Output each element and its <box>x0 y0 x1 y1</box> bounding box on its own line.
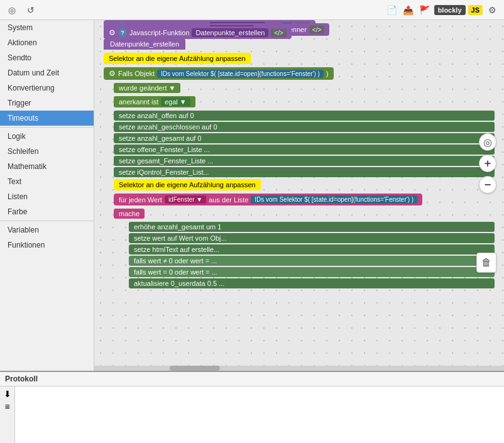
mache-block: mache <box>114 209 145 219</box>
selektor2-row: Selektor an die eigene Aufzählung anpass… <box>114 179 495 190</box>
setze-row-5[interactable]: setze gesamt_Fenster_Liste ... <box>114 156 495 166</box>
idFenster-dropdown[interactable]: idFenster ▼ <box>165 195 206 204</box>
gear-icon-falls: ⚙ <box>109 69 116 78</box>
fuer-jeden-mid: aus der Liste <box>209 196 248 204</box>
bottom-panel: Protokoll ⬇ ≡ <box>0 371 504 443</box>
bottom-header: Protokoll <box>0 372 504 386</box>
wurde-geaendert-text: wurde geändert ▼ <box>119 84 175 92</box>
falls-objekt-row: ⚙ Falls Objekt IDs vom Selektor $( [stat… <box>104 67 495 80</box>
scrollbar-thumb <box>170 366 220 371</box>
mache-row-1[interactable]: erhöhe anzahl_gesamt um 1 <box>129 222 495 232</box>
bottom-icons-panel: ⬇ ≡ <box>0 386 15 443</box>
fuer-jeden-prefix: für jeden Wert <box>119 196 162 204</box>
ids-selector-tag2: IDs vom Selektor $( [state.id=open](func… <box>251 195 417 204</box>
sidebar-item-farbe[interactable]: Farbe <box>0 204 94 219</box>
delete-btn[interactable]: 🗑 <box>476 253 496 273</box>
blocks-container: ⚙ ? JS-Funktion mit Ergebnis getParentNa… <box>94 20 504 295</box>
sidebar-item-mathematik[interactable]: Mathematik <box>0 159 94 174</box>
anerkannt-ist-row: anerkannt ist egal ▼ <box>114 96 495 107</box>
topbar-left: ◎ ↺ <box>5 3 38 17</box>
divider2 <box>0 221 94 221</box>
sidebar-item-schleifen[interactable]: Schleifen <box>0 144 94 159</box>
zoom-controls: ◎ + − <box>479 133 496 194</box>
zoom-reset-btn[interactable]: ◎ <box>479 133 496 151</box>
sidebar-item-funktionen[interactable]: Funktionen <box>0 238 94 253</box>
sidebar-item-timeouts[interactable]: Timeouts <box>0 111 94 126</box>
selektor1-text: Selektor an die eigene Aufzählung anpass… <box>109 55 246 62</box>
block-prefix-3: Javascript-Funktion <box>129 29 189 36</box>
anerkannt-ist-text: anerkannt ist <box>119 98 158 106</box>
gear-icon-3: ⚙ <box>109 28 116 37</box>
block-row-datenpunkte: Datenpunkte_erstellen <box>104 38 495 50</box>
close-tag-3: </> <box>271 29 286 37</box>
anerkannt-block[interactable]: anerkannt ist egal ▼ <box>114 96 195 107</box>
funcname-tag-3: Datenpunkte_erstellen <box>192 28 268 37</box>
sidebar-item-text[interactable]: Text <box>0 174 94 189</box>
setze-row-6[interactable]: setze iQontrol_Fenster_List... <box>114 167 495 177</box>
selektor1-row: Selektor an die eigene Aufzählung anpass… <box>104 53 495 64</box>
protokoll-title: Protokoll <box>5 375 38 383</box>
mache-text: mache <box>119 210 140 217</box>
mache-row-4[interactable]: falls wert ≠ 0 oder wert = ... <box>129 256 495 266</box>
canvas[interactable]: ⚙ ? JS-Funktion mit Ergebnis getParentNa… <box>94 20 504 371</box>
bottom-body: ⬇ ≡ <box>0 386 504 443</box>
download-icon[interactable]: ⬇ <box>4 389 11 399</box>
main: System Aktionen Sendto Datum und Zeit Ko… <box>0 20 504 371</box>
sidebar-item-logik[interactable]: Logik <box>0 129 94 144</box>
canvas-scrollbar-h[interactable] <box>94 366 504 371</box>
upload-icon[interactable]: 📤 <box>402 3 415 17</box>
sidebar-item-listen[interactable]: Listen <box>0 189 94 204</box>
close-tag-2: </> <box>309 26 324 34</box>
sidebar-item-datum[interactable]: Datum und Zeit <box>0 65 94 80</box>
mache-rows-container: erhöhe anzahl_gesamt um 1 setze wert auf… <box>129 222 495 288</box>
question-icon-3: ? <box>118 28 127 37</box>
block-js-funktion[interactable]: ⚙ ? Javascript-Funktion Datenpunkte_erst… <box>104 26 292 39</box>
sidebar: System Aktionen Sendto Datum und Zeit Ko… <box>0 20 94 371</box>
sidebar-item-variablen[interactable]: Variablen <box>0 222 94 238</box>
datenpunkte-label: Datenpunkte_erstellen <box>110 40 179 48</box>
datenpunkte-header[interactable]: Datenpunkte_erstellen <box>104 38 185 50</box>
setze-row-3[interactable]: setze anzahl_gesamt auf 0 <box>114 133 495 143</box>
falls-objekt-block[interactable]: ⚙ Falls Objekt IDs vom Selektor $( [stat… <box>104 67 334 80</box>
mache-row-5[interactable]: falls wert = 0 oder wert = ... <box>129 267 495 277</box>
sidebar-item-aktionen[interactable]: Aktionen <box>0 35 94 50</box>
topbar-right: 📄 📤 🚩 blockly JS ⚙ <box>385 3 499 17</box>
delete-btn-container: 🗑 <box>476 253 496 273</box>
sidebar-item-konvertierung[interactable]: Konvertierung <box>0 80 94 96</box>
refresh-icon[interactable]: ↺ <box>24 3 38 17</box>
bottom-log-content <box>15 386 504 443</box>
mache-row-2[interactable]: setze wert auf Wert vom Obj... <box>129 233 495 243</box>
falls-objekt-text: Falls Objekt <box>118 70 155 77</box>
file-icon[interactable]: 📄 <box>385 3 399 17</box>
settings-icon[interactable]: ⚙ <box>485 3 499 17</box>
sidebar-item-trigger[interactable]: Trigger <box>0 96 94 111</box>
fuer-jeden-row: für jeden Wert idFenster ▼ aus der Liste… <box>114 194 495 205</box>
topbar: ◎ ↺ 📄 📤 🚩 blockly JS ⚙ <box>0 0 504 20</box>
setze-row-2[interactable]: setze anzahl_geschlossen auf 0 <box>114 122 495 132</box>
sidebar-item-system[interactable]: System <box>0 20 94 35</box>
fuer-jeden-block[interactable]: für jeden Wert idFenster ▼ aus der Liste… <box>114 194 422 205</box>
close-paren: ) <box>326 70 329 77</box>
selektor2-block[interactable]: Selektor an die eigene Aufzählung anpass… <box>114 179 261 190</box>
blockly-badge: blockly <box>434 5 466 15</box>
mache-row-6[interactable]: aktualisiere 0_userdata 0.5 ... <box>129 278 495 288</box>
list-icon[interactable]: ≡ <box>4 402 9 412</box>
js-badge[interactable]: JS <box>468 5 483 15</box>
setze-row-1[interactable]: setze anzahl_offen auf 0 <box>114 111 495 121</box>
zoom-in-btn[interactable]: + <box>479 155 496 172</box>
wurde-geaendert-row: wurde geändert ▼ <box>114 83 495 93</box>
flag-icon[interactable]: 🚩 <box>418 3 432 17</box>
ids-selector-tag: IDs vom Selektor $( [state.id=open](func… <box>157 70 324 78</box>
divider1 <box>0 127 94 128</box>
selektor1-block[interactable]: Selektor an die eigene Aufzählung anpass… <box>104 53 251 64</box>
setze-rows-container: setze anzahl_offen auf 0 setze anzahl_ge… <box>114 111 495 177</box>
mache-row: mache <box>114 209 495 219</box>
wurde-geaendert-block[interactable]: wurde geändert ▼ <box>114 83 180 93</box>
zoom-out-btn[interactable]: − <box>479 176 496 194</box>
target-icon[interactable]: ◎ <box>5 3 19 17</box>
setze-row-4[interactable]: setze offene_Fenster_Liste ... <box>114 145 495 155</box>
egal-dropdown[interactable]: egal ▼ <box>161 97 190 106</box>
mache-row-3[interactable]: setze htmlText auf erstelle... <box>129 244 495 254</box>
selektor2-text: Selektor an die eigene Aufzählung anpass… <box>119 181 256 189</box>
sidebar-item-sendto[interactable]: Sendto <box>0 50 94 65</box>
